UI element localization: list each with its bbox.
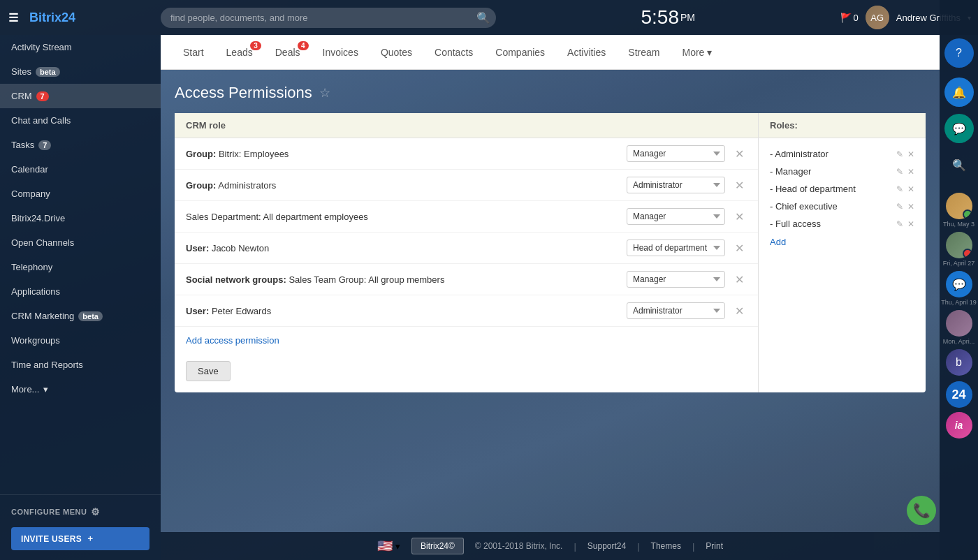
tab-activities[interactable]: Activities [556,37,617,68]
sidebar-item-calendar[interactable]: Calendar [0,157,161,182]
contact-avatar-4[interactable]: b [946,349,972,376]
remove-permission-icon[interactable]: ✕ [732,273,747,286]
tab-more[interactable]: More ▾ [671,37,723,68]
sidebar-item-company[interactable]: Company [0,182,161,206]
avatar[interactable]: AG [866,6,889,29]
search-input[interactable] [161,8,496,28]
roles-header: Roles: [759,113,926,138]
contact-avatar-3[interactable] [946,310,972,337]
sidebar-item-applications[interactable]: Applications [0,279,161,304]
invite-users-button[interactable]: INVITE USERS ＋ [11,527,149,550]
perm-row-label: User: Peter Edwards [186,306,620,316]
list-item: - Head of department ✎ ✕ [770,180,914,198]
crm-tabs: Start Leads 3 Deals 4 Invoices Quotes Co… [161,35,940,70]
print-link[interactable]: Print [706,541,723,551]
main-content: Start Leads 3 Deals 4 Invoices Quotes Co… [161,35,940,560]
perm-role-select[interactable]: ManagerAdministratorHead of departmentCh… [627,208,725,225]
tab-companies[interactable]: Companies [484,37,556,68]
role-edit-icon[interactable]: ✎ [896,149,903,159]
sidebar-item-more[interactable]: More... ▾ [0,377,161,401]
role-delete-icon[interactable]: ✕ [907,167,914,177]
sidebar-item-bitrix-drive[interactable]: Bitrix24.Drive [0,206,161,230]
perm-row-label: Group: Bitrix: Employees [186,149,620,159]
tab-deals[interactable]: Deals 4 [264,37,312,68]
notification-bell-icon[interactable]: 🔔 [944,78,974,107]
themes-link[interactable]: Themes [651,541,681,551]
configure-menu-button[interactable]: CONFIGURE MENU ⚙ [0,501,161,523]
perm-role-select[interactable]: ManagerAdministratorHead of departmentCh… [627,302,725,319]
bitrix24-button[interactable]: Bitrix24© [411,538,464,554]
remove-permission-icon[interactable]: ✕ [732,304,747,318]
sidebar-item-workgroups[interactable]: Workgroups [0,328,161,353]
remove-permission-icon[interactable]: ✕ [732,147,747,161]
sidebar-item-activity-stream[interactable]: Activity Stream [0,35,161,59]
sidebar-item-chat-calls[interactable]: Chat and Calls [0,108,161,133]
language-selector[interactable]: 🇺🇸 ▾ [377,538,400,554]
role-delete-icon[interactable]: ✕ [907,219,914,229]
role-edit-icon[interactable]: ✎ [896,219,903,229]
sidebar-item-tasks[interactable]: Tasks 7 [0,133,161,157]
remove-permission-icon[interactable]: ✕ [732,210,747,223]
perm-row-label: Social network groups: Sales Team Group:… [186,274,620,285]
role-delete-icon[interactable]: ✕ [907,202,914,212]
more-arrow-icon: ▾ [43,384,48,395]
list-item: - Chief executive ✎ ✕ [770,198,914,215]
perm-role-select[interactable]: ManagerAdministratorHead of departmentCh… [627,271,725,288]
hamburger-icon[interactable]: ☰ [8,11,18,24]
role-delete-icon[interactable]: ✕ [907,184,914,194]
role-edit-icon[interactable]: ✎ [896,167,903,177]
tab-leads[interactable]: Leads 3 [215,37,264,68]
dropdown-arrow-icon: ▾ [395,541,400,552]
tab-stream[interactable]: Stream [617,37,671,68]
tab-quotes[interactable]: Quotes [370,37,423,68]
sidebar-label: Activity Stream [11,42,72,52]
sidebar-item-crm-marketing[interactable]: CRM Marketing beta [0,304,161,328]
tab-contacts[interactable]: Contacts [423,37,484,68]
sidebar-item-sites[interactable]: Sites beta [0,59,161,84]
perm-row-label: Group: Administrators [186,180,620,191]
tasks-badge: 7 [38,140,51,150]
remove-permission-icon[interactable]: ✕ [732,179,747,192]
add-access-permission-link[interactable]: Add access permission [175,327,758,354]
sidebar-item-crm[interactable]: CRM 7 [0,84,161,108]
plus-icon: ＋ [86,533,94,545]
number-badge[interactable]: 24 [946,381,972,408]
perm-role-select[interactable]: ManagerAdministratorHead of departmentCh… [627,177,725,193]
sites-badge: beta [36,67,60,77]
separator: | [692,541,694,552]
search-button[interactable]: 🔍 [476,11,490,24]
favorite-star-icon[interactable]: ☆ [319,85,330,101]
role-edit-icon[interactable]: ✎ [896,184,903,194]
flag-icon: 🇺🇸 [377,538,393,554]
list-item: - Manager ✎ ✕ [770,163,914,180]
save-button[interactable]: Save [186,361,231,381]
sidebar-label: Company [11,189,50,199]
search-icon[interactable]: 🔍 [944,150,974,179]
sidebar-item-telephony[interactable]: Telephony [0,255,161,279]
avatar-icon: b [956,356,962,369]
perm-role-select[interactable]: ManagerAdministratorHead of departmentCh… [627,240,725,256]
role-edit-icon[interactable]: ✎ [896,202,903,212]
contact-avatar-1[interactable] [946,193,972,219]
tab-start[interactable]: Start [172,37,215,68]
sidebar-item-open-channels[interactable]: Open Channels [0,230,161,255]
contact-avatar-5[interactable]: ia [946,412,972,439]
perm-role-select[interactable]: ManagerAdministratorHead of departmentCh… [627,145,725,162]
chat-icon[interactable]: 💬 [944,114,974,143]
help-icon[interactable]: ? [944,38,974,68]
add-role-link[interactable]: Add [770,233,914,251]
tab-invoices[interactable]: Invoices [312,37,370,68]
role-delete-icon[interactable]: ✕ [907,149,914,159]
flag-notification[interactable]: 🚩 0 [840,13,859,23]
sidebar-label: Time and Reports [11,360,83,370]
sidebar-label: Open Channels [11,237,74,248]
message-icon[interactable]: 💬 [946,271,972,297]
contact-avatar-2[interactable] [946,232,972,258]
crm-badge: 7 [36,91,49,101]
sidebar-item-time-reports[interactable]: Time and Reports [0,353,161,377]
support-link[interactable]: Support24 [587,541,626,551]
sidebar-label: Telephony [11,262,52,272]
app-logo[interactable]: Bitrix24 [29,10,75,25]
phone-button[interactable]: 📞 [907,496,936,525]
remove-permission-icon[interactable]: ✕ [732,242,747,255]
